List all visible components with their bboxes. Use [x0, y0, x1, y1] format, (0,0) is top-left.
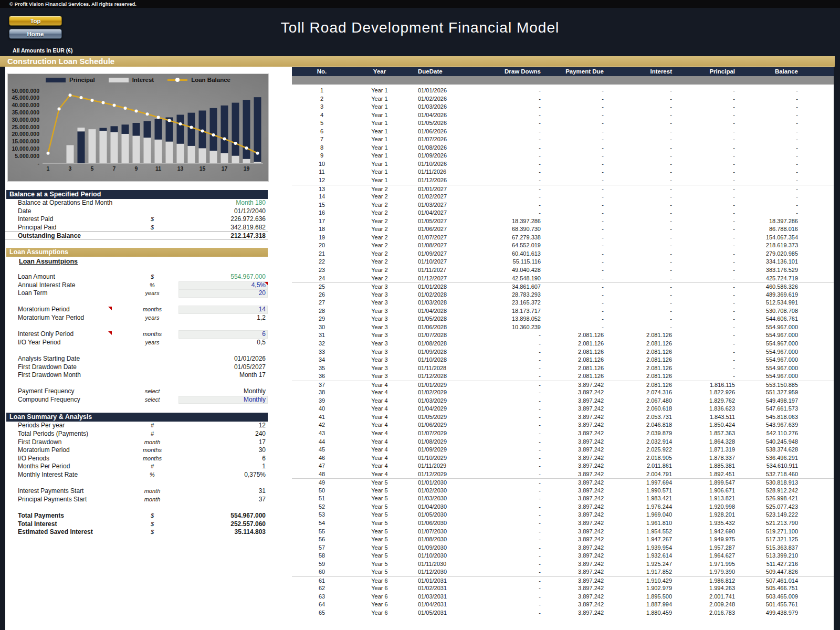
table-cell: -	[547, 315, 610, 323]
table-cell: -	[741, 152, 834, 160]
table-row: 37Year 401/01/2029-3.897.2422.081.1261.8…	[292, 381, 834, 389]
table-cell: 3.897.242	[547, 487, 610, 495]
table-cell: 3.897.242	[547, 462, 610, 470]
table-cell: 01/10/2026	[407, 160, 470, 169]
table-cell: 1.983.421	[610, 495, 678, 503]
table-cell: 58	[292, 552, 352, 560]
column-header: DueDate	[407, 67, 470, 76]
table-cell: 1.947.267	[610, 536, 678, 544]
table-cell: 10	[292, 160, 352, 169]
table-cell: 3.897.242	[547, 544, 610, 552]
balance-section: Balance at Operations End MonthMonth 180…	[5, 199, 269, 240]
table-cell: 49	[292, 479, 352, 487]
table-cell: 01/06/2026	[407, 128, 470, 136]
table-cell: Year 5	[352, 528, 407, 536]
column-header: Draw Downs	[470, 67, 547, 76]
table-cell: Year 4	[352, 438, 407, 446]
table-cell: Year 6	[352, 584, 407, 593]
table-row: 34Year 301/10/2028-2.081.1262.081.126-55…	[292, 356, 834, 364]
table-row: 18Year 201/06/202768.390.730---86.788.01…	[292, 225, 834, 234]
table-cell: -	[470, 87, 547, 95]
input-cell[interactable]: 4,5%	[178, 281, 268, 290]
value-cell: Monthly	[178, 387, 268, 396]
svg-text:11: 11	[155, 165, 161, 172]
table-cell: 499.438.979	[741, 609, 834, 617]
table-cell: Year 3	[352, 356, 407, 364]
table-row: 17Year 201/05/202718.397.286---18.397.28…	[292, 217, 834, 226]
table-cell: -	[470, 454, 547, 463]
field-label: Annual Interest Rate	[5, 281, 126, 290]
table-cell: 1.920.998	[678, 503, 741, 511]
table-row: 21Year 201/09/202760.401.613---279.020.9…	[292, 250, 834, 258]
table-cell: 41	[292, 413, 352, 422]
table-row: 35Year 301/11/2028-2.081.1262.081.126-55…	[292, 364, 834, 373]
table-cell: 60.401.613	[470, 250, 547, 258]
table-cell: 18.397.286	[470, 217, 547, 226]
table-cell: -	[547, 275, 610, 283]
table-cell: -	[470, 135, 547, 144]
table-cell: 3.897.242	[547, 552, 610, 560]
table-cell: Year 4	[352, 429, 407, 438]
value-cell: 554.967.000	[178, 512, 268, 520]
table-cell: -	[470, 479, 547, 487]
comment-marker-icon	[265, 282, 268, 285]
svg-text:-: -	[38, 160, 40, 166]
table-cell: 24	[292, 275, 352, 283]
table-cell: -	[610, 135, 678, 144]
field-unit	[126, 199, 178, 207]
input-cell[interactable]: 20	[178, 289, 268, 298]
table-cell: -	[610, 168, 678, 176]
table-cell: 1.928.201	[678, 511, 741, 519]
table-cell: -	[547, 307, 610, 316]
table-cell: Year 1	[352, 119, 407, 128]
spacer-row	[5, 322, 268, 331]
table-cell: 01/01/2028	[407, 283, 470, 291]
table-cell: 01/08/2027	[407, 242, 470, 250]
table-cell: -	[470, 356, 547, 364]
table-cell: 23	[292, 266, 352, 275]
table-cell: 536.496.291	[741, 454, 834, 463]
table-cell: Year 1	[352, 95, 407, 103]
table-row: 32Year 301/08/2028-2.081.1262.081.126-55…	[292, 340, 834, 348]
table-cell: -	[547, 168, 610, 176]
table-row: 28Year 301/04/202818.173.717---530.708.7…	[292, 307, 834, 316]
table-cell: -	[547, 242, 610, 250]
value-cell: 30	[178, 446, 268, 455]
table-cell: 01/11/2030	[407, 560, 470, 569]
table-cell: 1.902.979	[610, 584, 678, 593]
table-cell: Year 3	[352, 307, 407, 316]
input-cell[interactable]: Monthly	[178, 396, 268, 404]
table-cell: 01/01/2031	[407, 577, 470, 585]
table-cell: -	[610, 209, 678, 217]
field-label: Payment Frequency	[5, 387, 126, 396]
table-cell: -	[547, 87, 610, 95]
input-cell[interactable]: 6	[178, 330, 268, 339]
field-row: Total Interest$252.557.060	[5, 520, 268, 529]
table-cell: -	[678, 364, 741, 373]
spreadsheet-page: © Profit Vision Financial Services. All …	[0, 0, 840, 630]
field-row: First Drawdown Date01/05/2027	[5, 363, 268, 372]
table-cell: 3.897.242	[547, 470, 610, 479]
table-cell: 01/09/2026	[407, 152, 470, 160]
table-cell: 501.455.761	[741, 601, 834, 609]
table-row: 15Year 201/03/2027-----	[292, 201, 834, 209]
table-cell: 3.897.242	[547, 519, 610, 528]
svg-text:13: 13	[177, 165, 184, 172]
table-cell: 553.150.885	[741, 381, 834, 389]
table-cell: 39	[292, 397, 352, 405]
table-cell: 01/07/2026	[407, 135, 470, 144]
table-row: 13Year 201/01/2027-----	[292, 185, 834, 193]
table-cell: 1.949.975	[678, 536, 741, 544]
loan-schedule-table: No.YearDueDateDraw DownsPayment DueInter…	[292, 67, 834, 617]
table-cell: Year 5	[352, 495, 407, 503]
input-cell[interactable]: 14	[178, 306, 268, 314]
table-cell: 1.979.390	[678, 568, 741, 576]
table-cell: 2.081.126	[547, 348, 610, 356]
column-header: Balance	[741, 67, 834, 76]
field-row: Loan Termyears20	[5, 289, 268, 298]
table-cell: -	[470, 528, 547, 536]
table-cell: 1.816.115	[678, 381, 741, 389]
table-cell: 01/07/2030	[407, 528, 470, 536]
table-row: 25Year 301/01/202834.861.607---460.586.3…	[292, 282, 834, 291]
table-cell: -	[470, 593, 547, 601]
